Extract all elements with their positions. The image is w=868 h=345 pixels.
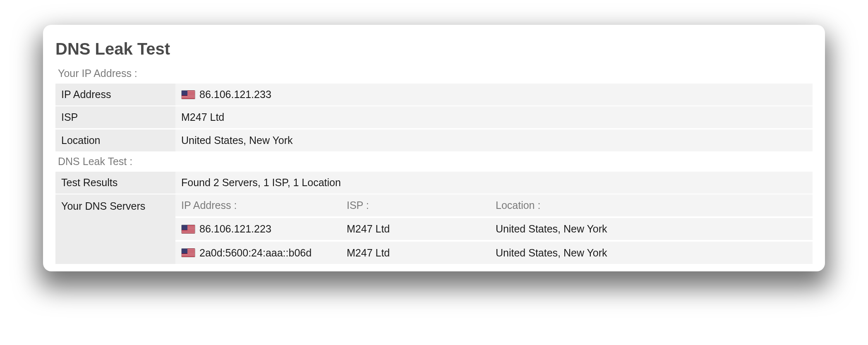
isp-value: M247 Ltd — [175, 106, 813, 128]
dns-server-ip-cell: 2a0d:5600:24:aaa::b06d — [175, 242, 341, 264]
dns-server-ip-cell: 86.106.121.223 — [175, 218, 341, 240]
dns-col-isp-header: ISP : — [341, 194, 490, 216]
dns-servers-label: Your DNS Servers — [55, 194, 175, 264]
dns-servers-row: Your DNS Servers IP Address : ISP : Loca… — [55, 194, 813, 264]
dns-server-location: United States, New York — [490, 242, 813, 264]
ip-address-value: 86.106.121.233 — [199, 89, 271, 101]
location-row: Location United States, New York — [55, 129, 813, 151]
dns-col-ip-header: IP Address : — [175, 194, 341, 216]
test-results-value: Found 2 Servers, 1 ISP, 1 Location — [175, 172, 813, 194]
dns-server-row: 2a0d:5600:24:aaa::b06d M247 Ltd United S… — [175, 242, 813, 264]
us-flag-icon — [181, 225, 195, 234]
us-flag-icon — [181, 248, 195, 257]
isp-row: ISP M247 Ltd — [55, 106, 813, 129]
location-label: Location — [55, 129, 175, 151]
dns-leak-test-card: DNS Leak Test Your IP Address : IP Addre… — [43, 25, 825, 271]
dns-server-isp: M247 Ltd — [341, 242, 490, 264]
dns-server-ip: 2a0d:5600:24:aaa::b06d — [199, 247, 312, 259]
test-results-label: Test Results — [55, 172, 175, 194]
ip-address-value-cell: 86.106.121.233 — [175, 84, 813, 105]
dns-server-isp: M247 Ltd — [341, 218, 490, 240]
dns-server-row: 86.106.121.223 M247 Ltd United States, N… — [175, 218, 813, 241]
ip-section-heading: Your IP Address : — [58, 67, 813, 79]
dns-section-heading: DNS Leak Test : — [58, 156, 813, 168]
ip-info-table: IP Address 86.106.121.233 ISP M247 Ltd L… — [55, 84, 813, 151]
dns-server-ip: 86.106.121.223 — [199, 223, 271, 235]
page-title: DNS Leak Test — [55, 40, 813, 58]
dns-results-table: Test Results Found 2 Servers, 1 ISP, 1 L… — [55, 172, 813, 264]
isp-label: ISP — [55, 106, 175, 128]
us-flag-icon — [181, 90, 195, 99]
dns-servers-header-row: IP Address : ISP : Location : — [175, 194, 813, 217]
dns-servers-inner-table: IP Address : ISP : Location : 86.106.121… — [175, 194, 813, 264]
test-results-row: Test Results Found 2 Servers, 1 ISP, 1 L… — [55, 172, 813, 194]
ip-address-label: IP Address — [55, 84, 175, 105]
ip-address-row: IP Address 86.106.121.233 — [55, 84, 813, 106]
dns-server-location: United States, New York — [490, 218, 813, 240]
dns-col-location-header: Location : — [490, 194, 813, 216]
location-value: United States, New York — [175, 129, 813, 151]
